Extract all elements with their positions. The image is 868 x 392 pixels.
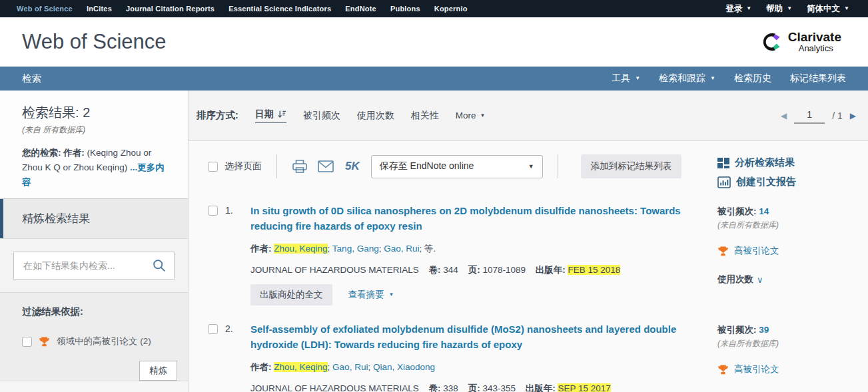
highly-cited-link[interactable]: 高被引论文 (717, 245, 856, 257)
save-to-endnote-select[interactable]: 保存至 EndNote online ▼ (371, 155, 543, 178)
usage-count-toggle[interactable]: 使用次数 ∨ (717, 274, 856, 286)
sort-date-label: 日期 (255, 108, 274, 120)
result-main: In situ growth of 0D silica nanospheres … (250, 203, 703, 305)
help-menu[interactable]: 帮助▼ (766, 3, 792, 15)
highly-cited-label: 高被引论文 (734, 245, 779, 257)
author-link[interactable]: Tang, Gang (332, 244, 379, 254)
refine-button[interactable]: 精炼 (139, 361, 177, 381)
nav-search-history[interactable]: 检索历史 (734, 73, 771, 85)
nav-tools-menu[interactable]: 工具▼ (612, 73, 640, 85)
result-title-link[interactable]: Self-assembly of exfoliated molybdenum d… (250, 321, 687, 353)
sort-times-cited[interactable]: 被引频次 (303, 110, 340, 122)
nav-search-history-label: 检索历史 (734, 73, 771, 85)
refine-results-header: 精炼检索结果 (0, 199, 188, 239)
topnav-incites[interactable]: InCites (87, 5, 112, 13)
sort-date[interactable]: 日期 (255, 108, 286, 123)
caret-down-icon: ▼ (480, 113, 486, 118)
citation-report-label: 创建引文报告 (736, 176, 796, 188)
highly-cited-link[interactable]: 高被引论文 (717, 363, 856, 375)
page-prev-button[interactable]: ◀ (781, 111, 787, 120)
result-authors-line: 作者: Zhou, Keqing; Gao, Rui; Qian, Xiaodo… (250, 361, 687, 374)
result-item: 1. In situ growth of 0D silica nanospher… (208, 203, 856, 305)
login-menu[interactable]: 登录▼ (725, 3, 751, 15)
author-link[interactable]: Zhou, Keqing (274, 244, 327, 254)
times-cited: 被引频次: 39 (717, 324, 856, 336)
refine-button-row: 精炼 (22, 361, 177, 381)
view-abstract-link[interactable]: 查看摘要 ▼ (348, 289, 394, 301)
printer-icon (292, 159, 308, 174)
search-icon[interactable] (153, 259, 166, 272)
nav-marked-list[interactable]: 标记结果列表 (790, 73, 846, 85)
times-cited-count[interactable]: 14 (759, 206, 769, 216)
topnav-esi[interactable]: Essential Science Indicators (228, 5, 331, 13)
pub-year-label: 出版年: (536, 265, 566, 275)
caret-down-icon: ▼ (389, 292, 394, 297)
sort-relevance[interactable]: 相关性 (411, 110, 439, 122)
language-menu[interactable]: 简体中文▼ (807, 3, 849, 15)
your-search-label: 您的检索: (22, 148, 61, 158)
times-cited-source: (来自所有数据库) (717, 338, 856, 349)
result-title-link[interactable]: In situ growth of 0D silica nanospheres … (250, 203, 687, 234)
topnav-jcr[interactable]: Journal Citation Reports (126, 5, 215, 13)
filter-checkbox[interactable] (22, 337, 32, 347)
results-toolbar: 选择页面 5K 保存至 EndNote online ▼ (208, 154, 703, 178)
add-to-marked-list-button[interactable]: 添加到标记结果列表 (581, 154, 682, 178)
sort-more-menu[interactable]: More ▼ (456, 110, 486, 120)
sort-usage-count[interactable]: 使用次数 (357, 110, 394, 122)
select-page-checkbox[interactable] (208, 162, 218, 172)
author-link[interactable]: Gao, Rui (384, 244, 419, 254)
caret-down-icon: ▼ (787, 6, 792, 11)
help-label: 帮助 (766, 3, 783, 15)
result-checkbox[interactable] (208, 324, 218, 334)
result-authors-line: 作者: Zhou, Keqing; Tang, Gang; Gao, Rui; … (250, 242, 687, 256)
topnav-publons[interactable]: Publons (390, 5, 420, 13)
analyze-results-link[interactable]: 分析检索结果 (717, 156, 856, 169)
user-menus: 登录▼ 帮助▼ 简体中文▼ (725, 3, 849, 15)
sort-descending-icon (278, 110, 286, 118)
filter-highly-cited-option[interactable]: 领域中的高被引论文 (2) (22, 335, 177, 347)
result-checkbox[interactable] (208, 206, 218, 216)
sort-by-label: 排序方式: (197, 109, 238, 122)
results-count-value: 2 (83, 105, 90, 120)
topnav-endnote[interactable]: EndNote (345, 5, 376, 13)
logo-brand: Clarivate (788, 31, 841, 44)
pages-value: 1078-1089 (482, 265, 526, 275)
sort-bar: 排序方式: 日期 被引频次 使用次数 相关性 More ▼ ◀ 1 / 1 (189, 91, 868, 141)
filter-title: 过滤结果依据: (22, 305, 177, 318)
select-page-label: 选择页面 (224, 160, 262, 172)
topnav-web-of-science[interactable]: Web of Science (17, 5, 73, 13)
print-button[interactable] (292, 159, 308, 174)
results-list: 1. In situ growth of 0D silica nanospher… (189, 188, 868, 392)
authors-label: 作者: (250, 244, 272, 254)
author-link[interactable]: Zhou, Keqing (274, 362, 327, 372)
times-cited-count[interactable]: 39 (759, 325, 769, 335)
results-count-heading: 检索结果: 2 (22, 104, 173, 122)
times-cited-label: 被引频次: (717, 325, 757, 335)
email-button[interactable] (318, 160, 334, 172)
analyze-results-label: 分析检索结果 (735, 156, 795, 169)
pages-label: 页: (468, 383, 480, 392)
highly-cited-label: 高被引论文 (734, 363, 779, 375)
nav-searches-alerts-menu[interactable]: 检索和跟踪▼ (659, 73, 715, 85)
result-source-line: JOURNAL OF HAZARDOUS MATERIALS 卷: 338 页:… (250, 382, 687, 392)
page-number-input[interactable]: 1 (794, 108, 825, 124)
topnav-kopernio[interactable]: Kopernio (434, 5, 468, 13)
results-content: 排序方式: 日期 被引频次 使用次数 相关性 More ▼ ◀ 1 / 1 (189, 91, 868, 392)
caret-down-icon: ▼ (844, 6, 849, 11)
select-page-control[interactable]: 选择页面 (208, 160, 262, 172)
author-separator: ; (328, 362, 330, 372)
nav-search[interactable]: 检索 (22, 73, 41, 85)
author-link[interactable]: Qian, Xiaodong (373, 362, 435, 372)
main-area: 检索结果: 2 (来自 所有数据库) 您的检索: 作者: (Keqing Zho… (0, 91, 868, 392)
analyze-links: 分析检索结果 创建引文报告 (703, 154, 856, 188)
filter-option-label: 领域中的高被引论文 (2) (57, 335, 151, 347)
analyze-grid-icon (717, 158, 729, 168)
refine-search-input[interactable] (22, 260, 153, 272)
five-k-export-link[interactable]: 5K (345, 160, 360, 173)
pages-label: 页: (468, 265, 480, 275)
fulltext-publisher-button[interactable]: 出版商处的全文 (250, 284, 332, 305)
author-link[interactable]: Gao, Rui (332, 362, 368, 372)
page-next-button[interactable]: ▶ (850, 111, 856, 120)
results-source: (来自 所有数据库) (22, 124, 173, 136)
citation-report-link[interactable]: 创建引文报告 (717, 176, 856, 188)
